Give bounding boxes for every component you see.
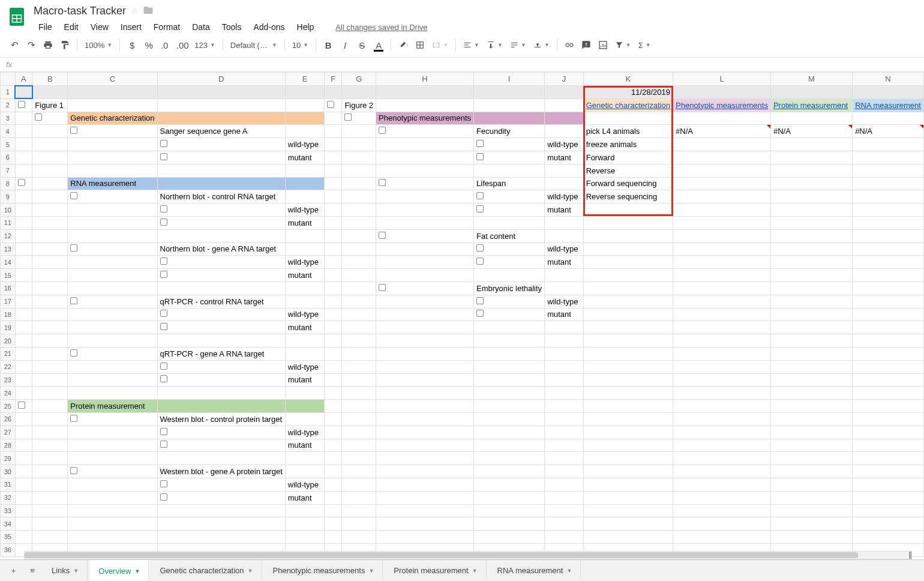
cell-K15[interactable] [583,269,673,282]
cell-J34[interactable] [545,517,584,531]
cell-G27[interactable] [342,426,376,439]
cell-D19[interactable] [157,321,285,334]
column-headers[interactable]: A B C D E F G H I J K L M N [1,73,924,86]
cell-K20[interactable] [583,334,673,348]
cell-L31[interactable] [673,478,771,491]
cell-M17[interactable] [770,295,852,308]
increase-decimal-button[interactable]: .00 [174,37,191,53]
cell-J35[interactable] [545,531,584,544]
cell-G2[interactable]: Figure 2 [342,98,376,112]
cell-I35[interactable] [474,531,545,544]
cell-L27[interactable] [673,426,771,439]
cell-K31[interactable] [583,478,673,491]
cell-C32[interactable] [68,491,157,504]
cell-F22[interactable] [325,360,342,373]
cell-D23[interactable] [157,373,285,387]
cell-F3[interactable] [325,112,342,125]
paint-format-button[interactable] [56,37,73,53]
row-header[interactable]: 10 [1,203,16,217]
cell-A27[interactable] [15,426,32,439]
cell-D20[interactable] [157,334,285,348]
cell-N33[interactable] [853,504,924,517]
insert-link-button[interactable] [561,37,578,53]
cell-A30[interactable] [15,465,32,478]
cell-H23[interactable] [376,373,474,387]
cell-K4[interactable]: pick L4 animals [583,125,673,138]
cell-J31[interactable] [545,478,584,491]
cell-A26[interactable] [15,412,32,426]
cell-M3[interactable] [770,112,852,125]
row-header[interactable]: 30 [1,465,16,478]
cell-A5[interactable] [15,138,32,151]
cell-H27[interactable] [376,426,474,439]
cell-F17[interactable] [325,295,342,308]
cell-N21[interactable] [853,347,924,360]
cell-H5[interactable] [376,138,474,151]
col-header[interactable]: D [157,73,285,86]
cell-M31[interactable] [770,478,852,491]
cell-L35[interactable] [673,531,771,544]
bold-button[interactable]: B [320,37,337,53]
cell-G34[interactable] [342,517,376,531]
row-header[interactable]: 33 [1,504,16,517]
checkbox[interactable] [70,192,77,199]
col-header[interactable]: B [32,73,68,86]
cell-B4[interactable] [32,125,68,138]
row-header[interactable]: 13 [1,242,16,256]
cell-M24[interactable] [770,387,852,400]
col-header[interactable]: G [342,73,376,86]
cell-G33[interactable] [342,504,376,517]
cell-F26[interactable] [325,412,342,426]
cell-A3[interactable] [15,112,32,125]
cell-F13[interactable] [325,242,342,256]
cell-C24[interactable] [68,387,157,400]
cell-C4[interactable] [68,125,157,138]
cell-L21[interactable] [673,347,771,360]
cell-B6[interactable] [32,151,68,164]
cell-A34[interactable] [15,517,32,531]
cell-D7[interactable] [157,164,285,177]
cell-M15[interactable] [770,269,852,282]
cell-G22[interactable] [342,360,376,373]
cell-J12[interactable] [545,229,584,242]
checkbox[interactable] [70,127,77,134]
row-header[interactable]: 12 [1,229,16,242]
cell-J27[interactable] [545,426,584,439]
cell-L7[interactable] [673,164,771,177]
cell-H1[interactable] [376,86,474,99]
cell-L16[interactable] [673,281,771,295]
cell-E1[interactable] [285,86,324,99]
cell-H28[interactable] [376,439,474,452]
cell-M14[interactable] [770,256,852,269]
cell-E27[interactable]: wild-type [285,426,324,439]
font-size-select[interactable]: 10▼ [289,37,312,53]
cell-L12[interactable] [673,229,771,242]
cell-E8[interactable] [285,177,324,190]
checkbox[interactable] [160,271,167,278]
row-header[interactable]: 32 [1,491,16,504]
cell-A9[interactable] [15,190,32,203]
cell-B29[interactable] [32,452,68,465]
cell-M6[interactable] [770,151,852,164]
cell-A7[interactable] [15,164,32,177]
cell-H19[interactable] [376,321,474,334]
cell-H14[interactable] [376,256,474,269]
text-rotation-button[interactable]: ▼ [530,37,553,53]
cell-H29[interactable] [376,452,474,465]
cell-N1[interactable] [853,86,924,99]
cell-G14[interactable] [342,256,376,269]
cell-L2[interactable]: Phenotypic measurements [673,98,771,112]
insert-chart-button[interactable] [595,37,611,53]
cell-H4[interactable] [376,125,474,138]
sheets-logo[interactable] [5,5,29,29]
cell-F23[interactable] [325,373,342,387]
cell-L28[interactable] [673,439,771,452]
cell-E26[interactable] [285,412,324,426]
checkbox[interactable] [476,244,484,251]
cell-I13[interactable] [474,242,545,256]
cell-D1[interactable] [157,86,285,99]
cell-I25[interactable] [474,400,545,413]
cell-I2[interactable] [474,98,545,112]
cell-A4[interactable] [15,125,32,138]
cell-D28[interactable] [157,439,285,452]
